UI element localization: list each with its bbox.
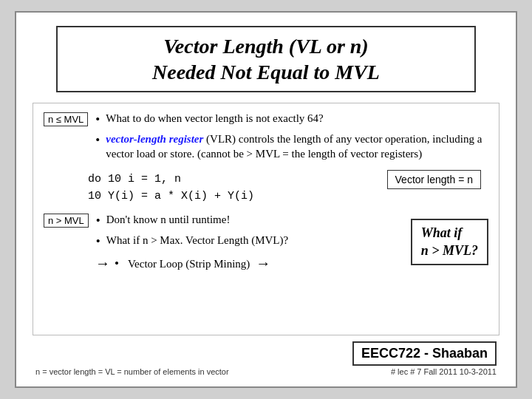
sub-bullet-dot: • [115, 256, 119, 271]
title-line1: Vector Length (VL or n) [69, 33, 463, 59]
bullet-text-2: vector-length register (VLR) controls th… [106, 132, 488, 162]
bullet-item-2: • vector-length register (VLR) controls … [95, 132, 488, 162]
bullet-dot-4: • [96, 233, 100, 250]
arrow-icon: → [95, 255, 110, 272]
n-greater-section: n > MVL • Don't know n until runtime! • … [44, 212, 488, 272]
eecc-label: EECC722 - Shaaban [352, 341, 497, 366]
n-leq-mvl-label: n ≤ MVL [44, 112, 88, 126]
bullet-item-3: • Don't know n until runtime! [96, 212, 405, 230]
bullet-text-4: What if n > Max. Vector Length (MVL)? [106, 233, 288, 248]
bullet-text-3: Don't know n until runtime! [106, 212, 231, 227]
n-gt-mvl-label: n > MVL [44, 214, 89, 228]
what-if-box: What if n > MVL? [411, 219, 488, 265]
footer-meta: # lec # 7 Fall 2011 10-3-2011 [391, 367, 497, 376]
content-area: n ≤ MVL • What to do when vector length … [33, 103, 499, 335]
footer-note: n = vector length = VL = number of eleme… [35, 367, 229, 376]
vector-loop-row: → • Vector Loop (Strip Mining) → [95, 255, 405, 272]
code-line-2: 10 Y(i) = a * X(i) + Y(i) [88, 188, 488, 205]
footer-right: EECC722 - Shaaban # lec # 7 Fall 2011 10… [352, 341, 497, 376]
bullet-dot-1: • [95, 112, 100, 129]
bullet-item-4: • What if n > Max. Vector Length (MVL)? [96, 233, 405, 250]
what-if-line1: What if [421, 225, 478, 242]
vector-loop-label: Vector Loop (Strip Mining) [128, 256, 250, 271]
code-block: do 10 i = 1, n 10 Y(i) = a * X(i) + Y(i)… [88, 171, 488, 205]
title-box: Vector Length (VL or n) Needed Not Equal… [56, 26, 477, 92]
n-greater-bullets: • Don't know n until runtime! • What if … [96, 212, 405, 253]
slide: Vector Length (VL or n) Needed Not Equal… [15, 11, 517, 388]
vlr-italic: vector-length register [106, 133, 203, 145]
bullet-text-1: What to do when vector length is not exa… [106, 111, 324, 126]
bullet-item-1: • What to do when vector length is not e… [95, 111, 488, 129]
bullet-dot-3: • [96, 213, 100, 230]
bullet-dot-2: • [95, 132, 100, 149]
vector-length-box: Vector length = n [387, 170, 481, 189]
what-if-line2: n > MVL? [421, 242, 478, 259]
upper-bullets: • What to do when vector length is not e… [95, 111, 488, 164]
footer-row: n = vector length = VL = number of eleme… [33, 341, 499, 376]
upper-bullet-section: n ≤ MVL • What to do when vector length … [44, 111, 488, 164]
title-line2: Needed Not Equal to MVL [69, 59, 463, 85]
arrow-icon-2: → [256, 255, 270, 272]
